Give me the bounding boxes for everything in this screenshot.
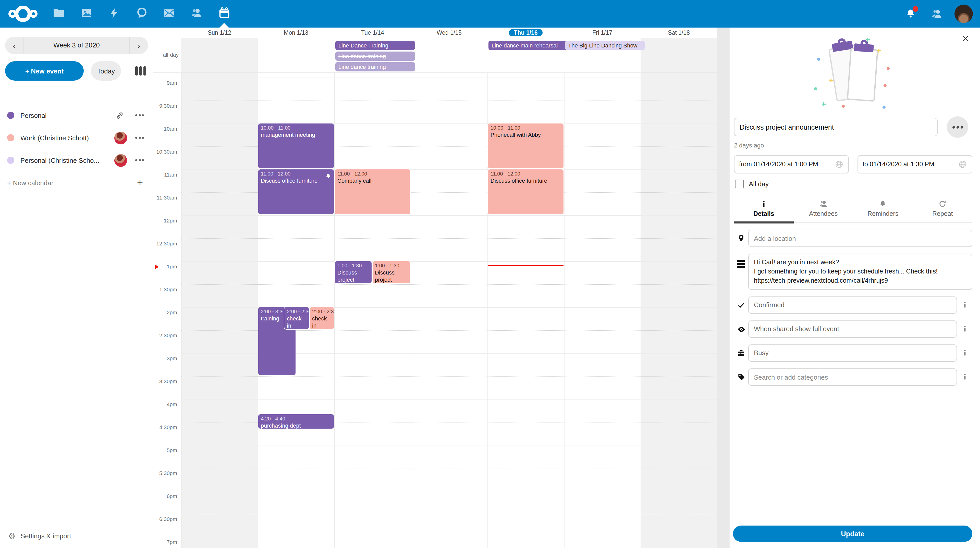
app-files[interactable] bbox=[45, 0, 73, 27]
new-calendar-row[interactable]: + New calendar + bbox=[0, 172, 153, 194]
app-activity[interactable] bbox=[100, 0, 127, 27]
allday-event[interactable]: Line Dance Training bbox=[335, 41, 415, 50]
description-textarea[interactable]: Hi Carl! are you in next week? I got som… bbox=[748, 254, 972, 290]
app-photos[interactable] bbox=[73, 0, 100, 27]
calendar-event[interactable]: 11:00 - 12:00Company call bbox=[335, 169, 410, 214]
tab-repeat[interactable]: Repeat bbox=[913, 197, 973, 222]
day-column-sat[interactable] bbox=[641, 73, 717, 548]
status-row: Confirmed bbox=[734, 297, 972, 314]
current-time-arrow-icon bbox=[155, 264, 159, 269]
freebusy-select[interactable]: Busy bbox=[748, 345, 957, 362]
calendar-event[interactable]: 4:20 - 4:40purchasing dept bbox=[258, 414, 334, 429]
new-calendar-plus-icon[interactable]: + bbox=[134, 177, 146, 188]
gear-icon: ⚙ bbox=[8, 531, 16, 541]
time-label: 12:30pm bbox=[153, 240, 177, 246]
day-column-wed[interactable] bbox=[411, 73, 488, 548]
tab-details[interactable]: Details bbox=[734, 197, 794, 222]
categories-row bbox=[734, 369, 972, 386]
mail-icon bbox=[162, 6, 175, 21]
calendar-event[interactable]: 2:00 - 2:30check-in bbox=[284, 307, 309, 329]
calendar-color-dot bbox=[7, 157, 14, 164]
time-label: 5pm bbox=[153, 447, 177, 453]
day-column-sun[interactable] bbox=[181, 73, 258, 548]
allday-event[interactable]: Line dance training bbox=[335, 52, 415, 61]
start-date-input[interactable]: from 01/14/2020 at 1:00 PM bbox=[734, 155, 849, 173]
day-header-wed[interactable]: Wed 1/15 bbox=[411, 27, 487, 38]
view-toggle-button[interactable] bbox=[133, 64, 148, 78]
day-header-sun[interactable]: Sun 1/12 bbox=[181, 27, 258, 38]
previous-week-button[interactable]: ‹ bbox=[5, 37, 24, 54]
calendar-event[interactable]: 11:00 - 12:00Discuss office furniture bbox=[488, 169, 563, 214]
calendar-more-menu[interactable] bbox=[133, 112, 146, 118]
calendar-event[interactable]: 1:00 - 1:30Discuss project announcement bbox=[335, 261, 371, 283]
calendar-icon bbox=[218, 6, 231, 21]
time-grid[interactable]: 9am9:30am10am10:30am11am11:30am12pm12:30… bbox=[153, 73, 717, 548]
checkbox-icon[interactable] bbox=[735, 179, 744, 188]
timezone-globe-icon[interactable] bbox=[835, 160, 844, 169]
allday-event[interactable]: The Big Line Dancing Show bbox=[565, 41, 645, 50]
info-icon bbox=[734, 200, 794, 208]
user-avatar[interactable] bbox=[955, 5, 973, 23]
day-header-tue[interactable]: Tue 1/14 bbox=[334, 27, 411, 38]
info-icon[interactable] bbox=[957, 369, 972, 380]
reminder-bell-icon bbox=[325, 172, 331, 182]
calendar-list-item[interactable]: Work (Christine Schott) bbox=[0, 127, 153, 149]
close-icon[interactable]: × bbox=[959, 33, 972, 45]
time-label: 4:30pm bbox=[153, 424, 177, 430]
calendar-more-menu[interactable] bbox=[133, 135, 146, 141]
calendar-list-item[interactable]: Personal (Christine Scho... bbox=[0, 149, 153, 172]
day-header-thu[interactable]: Thu 1/16 bbox=[487, 27, 564, 38]
app-mail[interactable] bbox=[155, 0, 183, 27]
info-icon[interactable] bbox=[957, 297, 972, 308]
bell-icon bbox=[853, 200, 913, 208]
allday-event[interactable]: Line dance training bbox=[335, 62, 415, 71]
categories-input[interactable] bbox=[748, 369, 957, 386]
description-row: Hi Carl! are you in next week? I got som… bbox=[734, 254, 972, 290]
day-header-fri[interactable]: Fri 1/17 bbox=[564, 27, 641, 38]
day-column-tue[interactable] bbox=[334, 73, 411, 548]
all-day-checkbox[interactable]: All day bbox=[735, 179, 972, 188]
calendar-scrollbar[interactable] bbox=[717, 27, 729, 548]
time-label: 5:30pm bbox=[153, 470, 177, 476]
time-label: 10:30am bbox=[153, 148, 177, 155]
status-select[interactable]: Confirmed bbox=[748, 297, 957, 314]
notifications-button[interactable] bbox=[901, 5, 920, 23]
info-icon[interactable] bbox=[957, 345, 972, 356]
allday-row[interactable]: all-day Line Dance TrainingLine dance tr… bbox=[153, 38, 717, 73]
app-contacts[interactable] bbox=[183, 0, 210, 27]
location-input[interactable] bbox=[748, 230, 972, 247]
today-button[interactable]: Today bbox=[91, 61, 121, 81]
location-pin-icon bbox=[734, 230, 748, 242]
update-button[interactable]: Update bbox=[733, 526, 972, 542]
day-column-fri[interactable] bbox=[564, 73, 641, 548]
contacts-menu-button[interactable] bbox=[928, 5, 946, 23]
calendar-event[interactable]: 2:00 - 2:30check-in bbox=[310, 307, 334, 329]
new-event-button[interactable]: + New event bbox=[5, 61, 84, 81]
calendar-event[interactable]: 1:00 - 1:30Discuss project bbox=[372, 261, 410, 283]
tab-attendees[interactable]: Attendees bbox=[794, 197, 853, 222]
event-actions-menu-button[interactable] bbox=[947, 116, 968, 138]
day-header-mon[interactable]: Mon 1/13 bbox=[258, 27, 334, 38]
nextcloud-logo[interactable] bbox=[8, 5, 38, 25]
day-header-sat[interactable]: Sat 1/18 bbox=[641, 27, 717, 38]
app-talk[interactable] bbox=[127, 0, 155, 27]
lightning-icon bbox=[108, 7, 120, 21]
info-icon[interactable] bbox=[957, 321, 972, 332]
calendar-more-menu[interactable] bbox=[133, 157, 146, 163]
calendar-list-item[interactable]: Personal bbox=[0, 104, 153, 127]
calendar-color-dot bbox=[7, 134, 14, 141]
tab-reminders[interactable]: Reminders bbox=[853, 197, 913, 222]
event-title-input[interactable] bbox=[734, 118, 938, 136]
check-icon bbox=[734, 297, 748, 310]
visibility-select[interactable]: When shared show full event bbox=[748, 321, 957, 338]
allday-event[interactable]: Line dance main rehearsal bbox=[488, 41, 568, 50]
timezone-globe-icon[interactable] bbox=[958, 160, 967, 169]
settings-import-button[interactable]: ⚙ Settings & import bbox=[0, 524, 80, 548]
calendar-event[interactable]: 10:00 - 11:00Phonecall with Abby bbox=[488, 124, 563, 168]
event-illustration bbox=[807, 36, 899, 111]
calendar-event[interactable]: 11:00 - 12:00Discuss office furniture bbox=[258, 169, 334, 214]
share-link-icon[interactable] bbox=[113, 109, 126, 122]
calendar-event[interactable]: 10:00 - 11:00management meeting bbox=[258, 124, 334, 168]
end-date-input[interactable]: to 01/14/2020 at 1:30 PM bbox=[858, 155, 972, 173]
next-week-button[interactable]: › bbox=[130, 37, 148, 54]
